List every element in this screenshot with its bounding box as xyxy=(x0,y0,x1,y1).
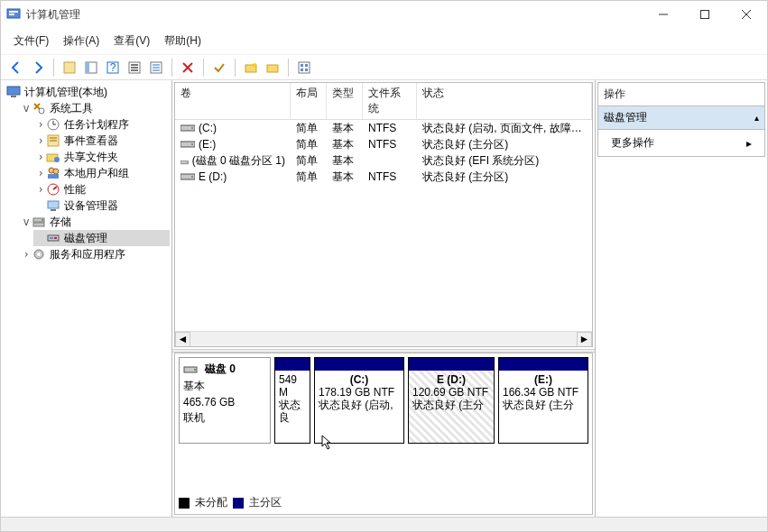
svg-point-23 xyxy=(253,63,256,67)
svg-rect-30 xyxy=(7,87,20,95)
disk-info-box[interactable]: 磁盘 0 基本 465.76 GB 联机 xyxy=(179,357,271,444)
partition-box[interactable]: 549 M状态良 xyxy=(274,357,310,444)
col-layout[interactable]: 布局 xyxy=(291,83,327,119)
actions-section-label: 磁盘管理 xyxy=(604,110,647,125)
new-folder-button[interactable] xyxy=(241,58,261,78)
app-icon xyxy=(6,7,21,22)
partition-box[interactable]: E (D:)120.69 GB NTF状态良好 (主分 xyxy=(408,357,495,444)
settings-button[interactable] xyxy=(294,58,314,78)
volume-list: 卷 布局 类型 文件系统 状态 (C:)简单基本NTFS状态良好 (启动, 页面… xyxy=(174,82,593,347)
svg-rect-49 xyxy=(33,223,44,226)
tree-services-apps[interactable]: › 服务和应用程序 xyxy=(19,246,170,262)
volume-header-row: 卷 布局 类型 文件系统 状态 xyxy=(175,83,592,120)
partition-size: 120.69 GB NTF xyxy=(412,386,490,399)
tree-shared-folders[interactable]: ›共享文件夹 xyxy=(33,149,170,165)
open-folder-button[interactable] xyxy=(263,58,282,78)
properties-button[interactable]: ? xyxy=(103,58,123,78)
scroll-right-button[interactable]: ► xyxy=(577,332,592,347)
partition-status: 状态良 xyxy=(279,399,306,424)
svg-rect-47 xyxy=(51,209,56,211)
volume-name: (磁盘 0 磁盘分区 1) xyxy=(192,153,285,169)
tree-system-tools[interactable]: v 系统工具 xyxy=(19,100,170,116)
tree-task-scheduler[interactable]: ›任务计划程序 xyxy=(33,116,170,133)
expand-icon[interactable]: › xyxy=(35,183,46,196)
expand-icon[interactable]: › xyxy=(35,167,46,179)
actions-section[interactable]: 磁盘管理 ▴ xyxy=(597,106,765,130)
menu-action[interactable]: 操作(A) xyxy=(56,32,106,50)
svg-rect-15 xyxy=(131,69,138,71)
menu-view[interactable]: 查看(V) xyxy=(106,32,157,50)
window-title: 计算机管理 xyxy=(26,7,643,23)
volume-rows[interactable]: (C:)简单基本NTFS状态良好 (启动, 页面文件, 故障转储,(E:)简单基… xyxy=(175,120,592,331)
volume-row[interactable]: (磁盘 0 磁盘分区 1)简单基本状态良好 (EFI 系统分区) xyxy=(175,152,592,169)
svg-rect-9 xyxy=(86,62,89,73)
partition-box[interactable]: (C:)178.19 GB NTF状态良好 (启动, xyxy=(314,357,404,444)
check-button[interactable] xyxy=(209,58,229,78)
svg-point-65 xyxy=(194,369,196,371)
menu-help[interactable]: 帮助(H) xyxy=(157,32,208,50)
drive-icon xyxy=(180,139,195,150)
disk-layout-panel: 磁盘 0 基本 465.76 GB 联机 549 M状态良(C:)178.19 … xyxy=(174,353,593,515)
expand-icon[interactable]: › xyxy=(35,151,46,163)
refresh-button[interactable] xyxy=(125,58,144,78)
forward-button[interactable] xyxy=(28,58,48,78)
partition-status: 状态良好 (主分 xyxy=(412,399,490,411)
expand-icon[interactable]: › xyxy=(21,248,32,261)
volume-row[interactable]: (C:)简单基本NTFS状态良好 (启动, 页面文件, 故障转储, xyxy=(175,120,592,136)
volume-row[interactable]: (E:)简单基本NTFS状态良好 (主分区) xyxy=(175,136,592,152)
maximize-button[interactable] xyxy=(684,1,726,28)
partition-box[interactable]: (E:)166.34 GB NTF状态良好 (主分 xyxy=(498,357,588,444)
drive-icon xyxy=(180,171,195,182)
window-controls xyxy=(643,1,767,28)
tree-performance[interactable]: ›性能 xyxy=(33,181,170,197)
tree-device-manager[interactable]: 设备管理器 xyxy=(33,197,170,214)
partition-size: 178.19 GB NTF xyxy=(319,386,400,399)
menu-bar: 文件(F) 操作(A) 查看(V) 帮助(H) xyxy=(1,28,767,55)
show-hide-tree-button[interactable] xyxy=(81,58,101,78)
more-actions-item[interactable]: 更多操作 ▸ xyxy=(597,130,765,157)
tree-label: 本地用户和组 xyxy=(64,166,129,181)
back-button[interactable] xyxy=(6,58,26,78)
svg-rect-1 xyxy=(9,11,18,13)
disk-mgmt-icon xyxy=(46,231,60,245)
tree-local-users[interactable]: ›本地用户和组 xyxy=(33,165,170,181)
tree-root[interactable]: 计算机管理(本地) xyxy=(5,84,170,100)
col-type[interactable]: 类型 xyxy=(327,83,363,119)
tree-event-viewer[interactable]: ›事件查看器 xyxy=(33,133,170,149)
tree-label: 磁盘管理 xyxy=(64,231,107,246)
tree-label: 计算机管理(本地) xyxy=(24,85,107,100)
collapse-icon[interactable]: v xyxy=(21,216,32,228)
volume-status: 状态良好 (主分区) xyxy=(417,170,592,185)
navigation-tree[interactable]: 计算机管理(本地) v 系统工具 ›任务计划程序 ›事件查看器 ›共享文件夹 xyxy=(1,80,172,517)
delete-button[interactable] xyxy=(178,58,198,78)
tree-storage[interactable]: v 存储 xyxy=(19,214,170,230)
col-filesystem[interactable]: 文件系统 xyxy=(363,83,417,119)
shared-folder-icon xyxy=(46,150,60,164)
expand-icon[interactable]: › xyxy=(35,134,46,147)
expand-icon[interactable]: › xyxy=(35,118,46,131)
export-list-button[interactable] xyxy=(146,58,166,78)
scroll-left-button[interactable]: ◄ xyxy=(175,332,190,347)
svg-point-63 xyxy=(191,176,193,178)
close-button[interactable] xyxy=(726,1,767,28)
cursor-icon xyxy=(321,435,334,449)
volume-status: 状态良好 (主分区) xyxy=(417,137,592,152)
toolbar: ? xyxy=(1,55,767,80)
minimize-button[interactable] xyxy=(643,1,684,28)
col-volume[interactable]: 卷 xyxy=(175,83,291,119)
col-status[interactable]: 状态 xyxy=(417,83,592,119)
svg-rect-27 xyxy=(305,64,308,67)
collapse-icon[interactable]: v xyxy=(21,102,32,115)
horizontal-scrollbar[interactable]: ◄ ► xyxy=(175,331,592,346)
device-icon xyxy=(46,198,60,213)
volume-row[interactable]: E (D:)简单基本NTFS状态良好 (主分区) xyxy=(175,169,592,185)
performance-icon xyxy=(46,182,60,197)
partition-header-bar xyxy=(315,358,403,371)
up-button[interactable] xyxy=(60,58,79,78)
volume-fs: NTFS xyxy=(363,122,417,134)
svg-point-57 xyxy=(191,127,193,129)
menu-file[interactable]: 文件(F) xyxy=(6,32,56,50)
tree-disk-management[interactable]: 磁盘管理 xyxy=(33,230,170,246)
svg-rect-29 xyxy=(305,69,308,71)
volume-layout: 简单 xyxy=(291,121,327,136)
